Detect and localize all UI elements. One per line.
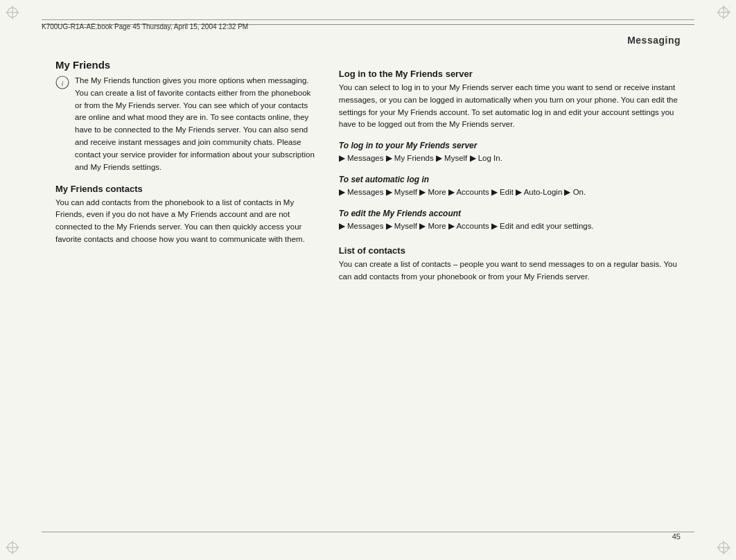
intro-text: The My Friends function gives you more o… [75,75,318,174]
note-icon: i [55,76,69,89]
contacts-heading: My Friends contacts [55,184,318,194]
right-column: Log in to the My Friends server You can … [339,52,681,518]
svg-point-13 [724,548,730,554]
bottom-border [42,532,694,532]
svg-text:i: i [61,79,63,87]
step3-instruction: ▶ Messages ▶ Myself ▶ More ▶ Accounts ▶ … [339,220,681,233]
intro-block: i The My Friends function gives you more… [55,75,318,174]
corner-mark-br [703,527,730,554]
step2-instruction: ▶ Messages ▶ Myself ▶ More ▶ Accounts ▶ … [339,186,681,199]
left-column: My Friends i The My Friends function giv… [55,52,318,518]
list-contacts-heading: List of contacts [339,245,681,256]
page-number: 45 [672,532,681,541]
login-heading: Log in to the My Friends server [339,69,681,79]
corner-mark-tl [6,6,33,33]
content-area: My Friends i The My Friends function giv… [55,52,681,518]
section-title: Messaging [627,35,681,46]
corner-mark-bl [6,527,33,554]
step3-heading: To edit the My Friends account [339,209,681,218]
list-contacts-text: You can create a list of contacts – peop… [339,259,681,283]
my-friends-heading: My Friends [55,59,318,71]
contacts-text: You can add contacts from the phonebook … [55,197,318,246]
book-info: K700UG-R1A-AE.book Page 45 Thursday, Apr… [42,23,248,30]
step1-instruction: ▶ Messages ▶ My Friends ▶ Myself ▶ Log I… [339,152,681,165]
step1-heading: To log in to your My Friends server [339,141,681,150]
page: K700UG-R1A-AE.book Page 45 Thursday, Apr… [0,0,736,560]
header-bar: K700UG-R1A-AE.book Page 45 Thursday, Apr… [42,19,694,30]
step2-heading: To set automatic log in [339,175,681,184]
login-text: You can select to log in to your My Frie… [339,82,681,131]
svg-point-6 [724,6,730,12]
corner-mark-tr [703,6,730,33]
